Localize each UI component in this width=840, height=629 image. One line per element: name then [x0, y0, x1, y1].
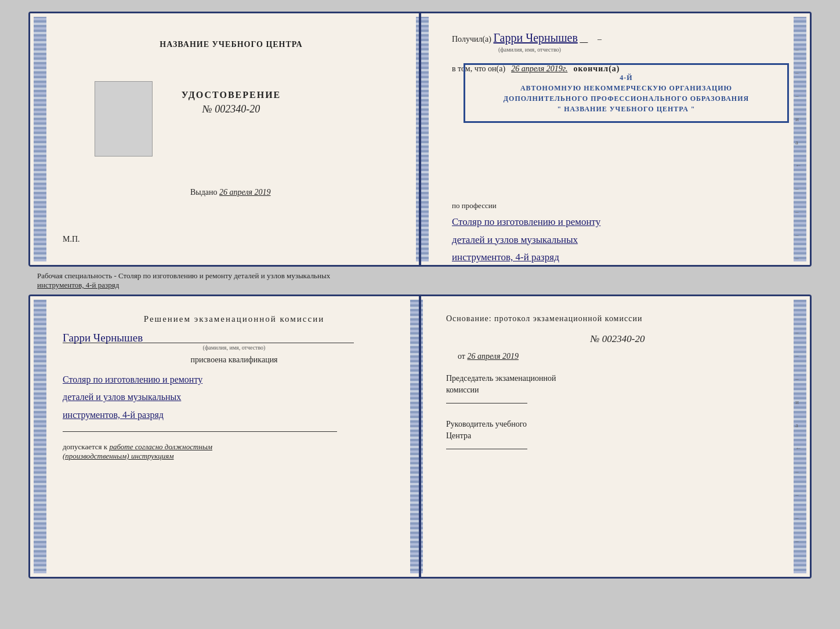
signature-blank-bottom — [63, 431, 337, 432]
udostoverenie-label: УДОСТОВЕРЕНИЕ — [182, 90, 281, 100]
rukovoditel-sign-blank — [446, 449, 527, 449]
top-right-page: Получил(а) Гарри Чернышев – (фамилия, им… — [429, 13, 810, 265]
osnovanie-line: Основание: протокол экзаменационной коми… — [446, 314, 789, 323]
dopuskaetsya: допускается к работе согласно должностны… — [63, 442, 405, 461]
document-wrapper: НАЗВАНИЕ УЧЕБНОГО ЦЕНТРА УДОСТОВЕРЕНИЕ №… — [12, 12, 828, 579]
bottom-right-page: Основание: протокол экзаменационной коми… — [423, 296, 810, 577]
profession-line2-top: деталей и узлов музыкальных — [452, 231, 789, 249]
dopusk-prefix: допускается к — [63, 442, 107, 451]
rukovoditel-block: Руководитель учебного Центра — [446, 419, 789, 452]
profession-line3-top: инструментов, 4-й разряд — [452, 249, 789, 267]
protocol-number: № 002340-20 — [446, 333, 789, 345]
dopusk-text2: (производственным) инструкциям — [63, 452, 174, 460]
prisvoena: присвоена квалификация — [63, 355, 405, 365]
profession-line1-bottom: Столяр по изготовлению и ремонту — [63, 371, 405, 388]
top-left-page: НАЗВАНИЕ УЧЕБНОГО ЦЕНТРА УДОСТОВЕРЕНИЕ №… — [30, 13, 429, 265]
fio-hint-top: (фамилия, имя, отчество) — [498, 46, 561, 53]
stamp-center: " НАЗВАНИЕ УЧЕБНОГО ЦЕНТРА " — [474, 104, 779, 114]
photo-placeholder — [95, 81, 153, 157]
profession-line1-top: Столяр по изготовлению и ремонту — [452, 213, 789, 231]
right-margin-dashes: – – – и а ← – – – – — [795, 46, 802, 261]
poluchil-text: Получил(а) — [452, 35, 491, 43]
razryad-badge: 4-й — [620, 74, 632, 82]
mp-line: М.П. — [63, 235, 80, 244]
stamp-line2: ДОПОЛНИТЕЛЬНОГО ПРОФЕССИОНАЛЬНОГО ОБРАЗО… — [474, 93, 779, 104]
profession-bottom: Столяр по изготовлению и ремонту деталей… — [63, 371, 405, 424]
center-title: НАЗВАНИЕ УЧЕБНОГО ЦЕНТРА — [160, 40, 302, 49]
poluchil-line: Получил(а) Гарри Чернышев – (фамилия, им… — [452, 31, 789, 54]
vydano-label: Выдано — [190, 188, 218, 197]
predsedatel-block: Председатель экзаменационной комиссии — [446, 373, 789, 406]
ot-prefix: от — [458, 352, 465, 361]
separator-line2: инструментов, 4-й разряд — [37, 281, 119, 289]
udostoverenie-block: УДОСТОВЕРЕНИЕ № 002340-20 — [182, 90, 281, 115]
ot-line: от 26 апреля 2019 — [458, 352, 789, 361]
stamp-line1: АВТОНОМНУЮ НЕКОММЕРЧЕСКУЮ ОРГАНИЗАЦИЮ — [474, 83, 779, 93]
bottom-name-block: Гарри Чернышев (фамилия, имя, отчество) — [63, 332, 405, 351]
bottom-booklet: Решением экзаменационной комиссии Гарри … — [28, 294, 812, 579]
predsedatel-sign-blank — [446, 403, 527, 403]
profession-line2-bottom: деталей и узлов музыкальных — [63, 388, 405, 406]
separator-text: Рабочая специальность - Столяр по изгото… — [28, 267, 812, 294]
top-booklet: НАЗВАНИЕ УЧЕБНОГО ЦЕНТРА УДОСТОВЕРЕНИЕ №… — [28, 12, 812, 267]
profession-line3-bottom: инструментов, 4-й разряд — [63, 406, 405, 424]
profession-top: Столяр по изготовлению и ремонту деталей… — [452, 213, 789, 267]
stamp-block: 4-й АВТОНОМНУЮ НЕКОММЕРЧЕСКУЮ ОРГАНИЗАЦИ… — [464, 63, 789, 123]
rukovoditel-line2: Центра — [446, 431, 471, 440]
vydano-line: Выдано 26 апреля 2019 — [190, 188, 271, 197]
predsedatel-line1: Председатель экзаменационной — [446, 374, 556, 383]
recipient-name-top: Гарри Чернышев — [493, 31, 577, 44]
ot-date: 26 апреля 2019 — [467, 352, 518, 361]
separator-line1: Рабочая специальность - Столяр по изгото… — [37, 271, 330, 280]
resheniem-line: Решением экзаменационной комиссии — [63, 314, 405, 324]
udostoverenie-number: № 002340-20 — [182, 103, 281, 115]
vydano-date: 26 апреля 2019 — [219, 188, 270, 197]
right-margin-dashes-bottom: – – – и а ← – – – – — [795, 329, 802, 544]
po-professii: по профессии — [452, 201, 789, 210]
rukovoditel-line1: Руководитель учебного — [446, 420, 527, 428]
fio-hint-bottom: (фамилия, имя, отчество) — [63, 344, 405, 351]
bottom-left-page: Решением экзаменационной комиссии Гарри … — [30, 296, 423, 577]
dopusk-text1: работе согласно должностным — [109, 442, 212, 451]
predsedatel-line2: комиссии — [446, 386, 479, 394]
